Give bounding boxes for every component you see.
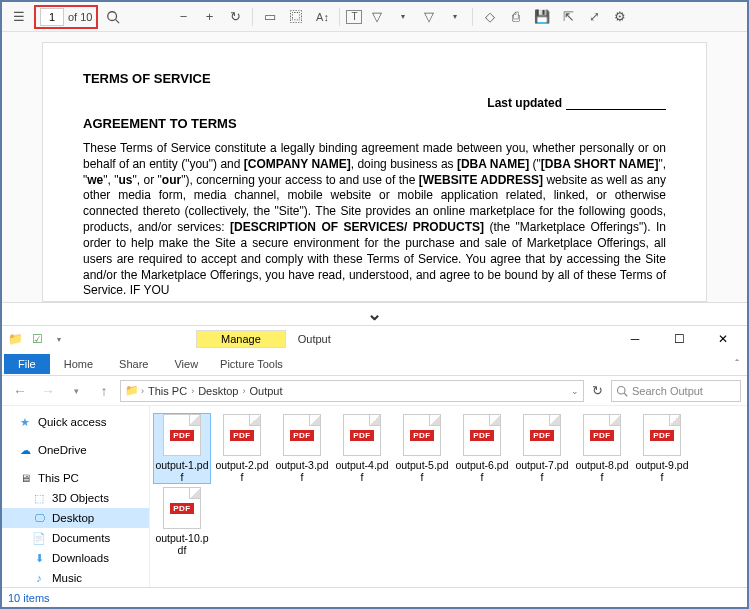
up-button[interactable]: ↑ xyxy=(92,379,116,403)
star-icon: ★ xyxy=(18,415,32,429)
maximize-button[interactable]: ☐ xyxy=(665,329,693,349)
pdf-thumb-icon: PDF xyxy=(403,414,441,456)
chevron-right-icon[interactable]: › xyxy=(191,386,194,396)
nav-documents[interactable]: 📄Documents xyxy=(2,528,149,548)
back-button[interactable]: ← xyxy=(8,379,32,403)
strikethrough-icon[interactable]: ▽ xyxy=(418,6,440,28)
address-bar-row: ← → ▾ ↑ 📁 › This PC › Desktop › Output ⌄… xyxy=(2,376,747,406)
pdf-viewer: ☰ of 10 − + ↻ ▭ ⿴ A↕ T ▽ ▾ ▽ ▾ ◇ ⎙ 💾 ⇱ ⤢… xyxy=(2,2,747,302)
desktop-icon: 🖵 xyxy=(32,511,46,525)
file-item[interactable]: PDFoutput-2.pdf xyxy=(214,414,270,483)
pdf-thumb-icon: PDF xyxy=(343,414,381,456)
file-item[interactable]: PDFoutput-9.pdf xyxy=(634,414,690,483)
explorer-titlebar: 📁 ☑ ▾ Manage Output ─ ☐ ✕ xyxy=(2,326,747,352)
pdf-thumb-icon: PDF xyxy=(163,487,201,529)
text-size-icon[interactable]: A↕ xyxy=(311,6,333,28)
chevron-right-icon[interactable]: › xyxy=(242,386,245,396)
zoom-out-icon[interactable]: − xyxy=(172,6,194,28)
nav-downloads[interactable]: ⬇Downloads xyxy=(2,548,149,568)
file-item[interactable]: PDFoutput-8.pdf xyxy=(574,414,630,483)
files-pane[interactable]: PDFoutput-1.pdfPDFoutput-2.pdfPDFoutput-… xyxy=(150,406,747,587)
nav-desktop[interactable]: 🖵Desktop xyxy=(2,508,149,528)
svg-line-3 xyxy=(624,393,627,396)
save-icon[interactable]: 💾 xyxy=(531,6,553,28)
strikethrough-dropdown-icon[interactable]: ▾ xyxy=(444,6,466,28)
file-label: output-6.pdf xyxy=(454,459,510,483)
address-dropdown-icon[interactable]: ⌄ xyxy=(571,386,579,396)
svg-point-2 xyxy=(618,386,626,394)
forward-button[interactable]: → xyxy=(36,379,60,403)
nav-this-pc[interactable]: 🖥This PC xyxy=(2,468,149,488)
navigation-pane: ★Quick access ☁OneDrive 🖥This PC ⬚3D Obj… xyxy=(2,406,150,587)
breadcrumb-output[interactable]: Output xyxy=(247,385,284,397)
pc-icon: 📁 xyxy=(125,384,139,397)
nav-quick-access[interactable]: ★Quick access xyxy=(2,412,149,432)
file-item[interactable]: PDFoutput-4.pdf xyxy=(334,414,390,483)
pdf-thumb-icon: PDF xyxy=(523,414,561,456)
close-button[interactable]: ✕ xyxy=(709,329,737,349)
page-number-input[interactable] xyxy=(40,8,64,26)
nav-music[interactable]: ♪Music xyxy=(2,568,149,587)
doc-body: These Terms of Service constitute a lega… xyxy=(83,141,666,299)
window-title: Output xyxy=(298,333,331,345)
search-icon[interactable] xyxy=(102,6,124,28)
eraser-icon[interactable]: ◇ xyxy=(479,6,501,28)
file-item[interactable]: PDFoutput-1.pdf xyxy=(154,414,210,483)
picture-tools-tab[interactable]: Picture Tools xyxy=(212,354,291,374)
file-tab[interactable]: File xyxy=(4,354,50,374)
file-item[interactable]: PDFoutput-7.pdf xyxy=(514,414,570,483)
fit-width-icon[interactable]: ▭ xyxy=(259,6,281,28)
collapse-chevron-icon[interactable]: ⌄ xyxy=(2,302,747,326)
pdf-page: TERMS OF SERVICE Last updated AGREEMENT … xyxy=(42,42,707,302)
qat-checkbox-icon[interactable]: ☑ xyxy=(28,330,46,348)
refresh-icon[interactable]: ↻ xyxy=(592,383,603,398)
cloud-icon: ☁ xyxy=(18,443,32,457)
file-label: output-8.pdf xyxy=(574,459,630,483)
share-tab[interactable]: Share xyxy=(107,354,160,374)
file-label: output-5.pdf xyxy=(394,459,450,483)
file-label: output-4.pdf xyxy=(334,459,390,483)
cube-icon: ⬚ xyxy=(32,491,46,505)
page-total-label: of 10 xyxy=(68,11,92,23)
download-icon: ⬇ xyxy=(32,551,46,565)
pdf-scroll-area[interactable]: TERMS OF SERVICE Last updated AGREEMENT … xyxy=(2,32,747,302)
rotate-icon[interactable]: ↻ xyxy=(224,6,246,28)
history-dropdown-icon[interactable]: ▾ xyxy=(64,379,88,403)
view-tab[interactable]: View xyxy=(162,354,210,374)
qat-dropdown-icon[interactable]: ▾ xyxy=(50,330,68,348)
nav-3d-objects[interactable]: ⬚3D Objects xyxy=(2,488,149,508)
music-icon: ♪ xyxy=(32,571,46,585)
pdf-thumb-icon: PDF xyxy=(283,414,321,456)
home-tab[interactable]: Home xyxy=(52,354,105,374)
text-tool-icon[interactable]: T xyxy=(346,10,362,24)
highlight-dropdown-icon[interactable]: ▾ xyxy=(392,6,414,28)
settings-icon[interactable]: ⚙ xyxy=(609,6,631,28)
page-indicator-highlight: of 10 xyxy=(34,5,98,29)
page-display-icon[interactable]: ⿴ xyxy=(285,6,307,28)
folder-icon[interactable]: 📁 xyxy=(6,330,24,348)
zoom-in-icon[interactable]: + xyxy=(198,6,220,28)
print-icon[interactable]: ⎙ xyxy=(505,6,527,28)
nav-onedrive[interactable]: ☁OneDrive xyxy=(2,440,149,460)
breadcrumb-thispc[interactable]: This PC xyxy=(146,385,189,397)
svg-point-0 xyxy=(108,11,117,20)
file-item[interactable]: PDFoutput-5.pdf xyxy=(394,414,450,483)
fullscreen-icon[interactable]: ⤢ xyxy=(583,6,605,28)
export-icon[interactable]: ⇱ xyxy=(557,6,579,28)
toc-icon[interactable]: ☰ xyxy=(8,6,30,28)
ribbon-collapse-icon[interactable]: ˆ xyxy=(735,358,739,370)
file-item[interactable]: PDFoutput-10.pdf xyxy=(154,487,210,556)
pc-icon: 🖥 xyxy=(18,471,32,485)
file-label: output-9.pdf xyxy=(634,459,690,483)
pdf-thumb-icon: PDF xyxy=(163,414,201,456)
breadcrumb-desktop[interactable]: Desktop xyxy=(196,385,240,397)
minimize-button[interactable]: ─ xyxy=(621,329,649,349)
doc-subtitle: AGREEMENT TO TERMS xyxy=(83,116,666,131)
chevron-right-icon[interactable]: › xyxy=(141,386,144,396)
search-box[interactable]: Search Output xyxy=(611,380,741,402)
address-bar[interactable]: 📁 › This PC › Desktop › Output ⌄ xyxy=(120,380,584,402)
file-item[interactable]: PDFoutput-3.pdf xyxy=(274,414,330,483)
highlight-icon[interactable]: ▽ xyxy=(366,6,388,28)
file-item[interactable]: PDFoutput-6.pdf xyxy=(454,414,510,483)
manage-tab[interactable]: Manage xyxy=(196,330,286,348)
